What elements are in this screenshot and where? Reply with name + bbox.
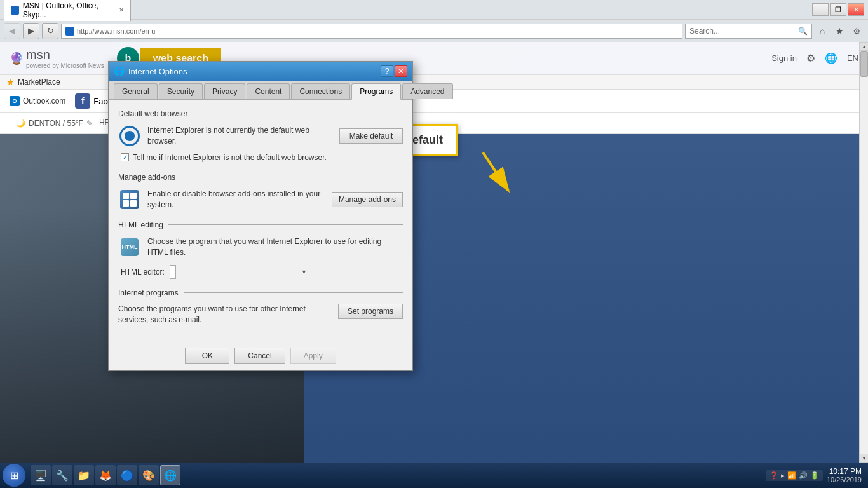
- tray-chevron-icon[interactable]: ▸: [781, 471, 785, 480]
- taskbar-app-folder[interactable]: 📁: [74, 465, 94, 485]
- back-button[interactable]: ◀: [4, 23, 20, 39]
- manage-addons-section: Manage add-ons Enable or disable browser…: [118, 173, 403, 211]
- tab-label: MSN | Outlook, Office, Skyp...: [23, 1, 115, 19]
- ie-icon-inner: [125, 131, 135, 141]
- clock-date: 10/26/2019: [827, 476, 862, 484]
- html-icon: HTML: [118, 236, 141, 259]
- dialog-title-icon: 🌐: [114, 66, 125, 76]
- addons-icon-img: [120, 190, 139, 209]
- dialog-help-button[interactable]: ?: [381, 65, 393, 77]
- tell-me-checkbox[interactable]: ✓: [121, 153, 129, 161]
- taskbar-app-tools[interactable]: 🔧: [52, 465, 72, 485]
- dialog-controls: ? ✕: [381, 65, 407, 77]
- nav-icons-right: ⌂ ★ ⚙: [815, 24, 864, 39]
- tab-content[interactable]: Content: [247, 83, 290, 99]
- refresh-button[interactable]: ↻: [42, 23, 58, 39]
- browser-search-input[interactable]: [689, 27, 796, 36]
- taskbar-app-firefox[interactable]: 🦊: [95, 465, 116, 485]
- dialog-tabs: General Security Privacy Content Connect…: [109, 81, 412, 100]
- addons-row: Enable or disable browser add-ons instal…: [118, 188, 403, 211]
- clock-time: 10:17 PM: [827, 467, 862, 476]
- manage-addons-button[interactable]: Manage add-ons: [332, 192, 403, 207]
- browser-tab[interactable]: MSN | Outlook, Office, Skyp... ✕: [4, 0, 131, 21]
- html-edit-row: HTML Choose the program that you want In…: [118, 236, 403, 259]
- start-button[interactable]: ⊞: [3, 464, 25, 487]
- system-clock[interactable]: 10:17 PM 10/26/2019: [827, 467, 862, 484]
- addon-piece-1: [123, 193, 129, 199]
- html-editor-label: HTML editor:: [121, 268, 165, 276]
- internet-programs-section: Internet programs Choose the programs yo…: [118, 288, 403, 325]
- html-editor-select-wrapper: ▼: [170, 265, 309, 279]
- address-bar[interactable]: http://www.msn.com/en-u: [61, 24, 682, 39]
- address-text: http://www.msn.com/en-u: [77, 27, 156, 35]
- taskbar-right: ❓ ▸ 📶 🔊 🔋 10:17 PM 10/26/2019: [766, 467, 865, 484]
- ok-button[interactable]: OK: [185, 348, 229, 364]
- tab-programs[interactable]: Programs: [351, 83, 401, 100]
- default-browser-header: Default web browser: [118, 109, 403, 118]
- tab-general[interactable]: General: [114, 83, 158, 99]
- taskbar-app-paint[interactable]: 🎨: [139, 465, 159, 485]
- dialog-close-button[interactable]: ✕: [395, 65, 407, 77]
- settings-gear-icon[interactable]: ⚙: [849, 24, 864, 39]
- forward-button[interactable]: ▶: [23, 23, 39, 39]
- addons-icon: [118, 188, 141, 211]
- close-button[interactable]: ✕: [848, 3, 864, 16]
- navigation-bar: ◀ ▶ ↻ http://www.msn.com/en-u 🔍 ⌂ ★ ⚙: [0, 19, 868, 42]
- search-icon: 🔍: [798, 27, 808, 36]
- html-editor-row: HTML editor: ▼: [121, 265, 403, 279]
- dialog-body: Default web browser Internet Explorer is…: [109, 100, 412, 341]
- dialog-title-area: 🌐 Internet Options: [114, 66, 187, 76]
- tell-me-label: Tell me if Internet Explorer is not the …: [133, 152, 327, 163]
- tray-volume-icon: 🔊: [799, 471, 808, 480]
- addons-header: Manage add-ons: [118, 173, 403, 182]
- maximize-button[interactable]: ❐: [830, 3, 846, 16]
- taskbar-apps: 🖥️ 🔧 📁 🦊 🔵 🎨 🌐: [31, 465, 180, 485]
- browser-search-box[interactable]: 🔍: [685, 24, 812, 39]
- make-default-button[interactable]: Make default: [339, 128, 403, 144]
- checkbox-check-icon: ✓: [123, 154, 128, 161]
- window-controls: ─ ❐ ✕: [812, 3, 864, 16]
- taskbar-app-explorer[interactable]: 🖥️: [31, 465, 51, 485]
- tab-favicon: [11, 6, 19, 15]
- tell-me-checkbox-row: ✓ Tell me if Internet Explorer is not th…: [121, 152, 403, 163]
- dialog-titlebar: 🌐 Internet Options ? ✕: [109, 62, 412, 81]
- tab-privacy[interactable]: Privacy: [204, 83, 245, 99]
- ie-not-default-text: Internet Explorer is not currently the d…: [147, 125, 333, 147]
- minimize-button[interactable]: ─: [812, 3, 829, 16]
- internet-programs-header: Internet programs: [118, 288, 403, 297]
- title-bar-left: MSN | Outlook, Office, Skyp... ✕: [4, 0, 131, 21]
- close-tab-icon[interactable]: ✕: [119, 6, 124, 13]
- address-favicon: [65, 27, 74, 36]
- html-editing-header: HTML editing: [118, 220, 403, 229]
- cancel-button[interactable]: Cancel: [234, 348, 285, 364]
- tab-advanced[interactable]: Advanced: [402, 83, 452, 99]
- tab-security[interactable]: Security: [159, 83, 203, 99]
- system-tray: ❓ ▸ 📶 🔊 🔋: [766, 470, 823, 481]
- taskbar-app-chrome[interactable]: 🔵: [117, 465, 137, 485]
- html-icon-img: HTML: [121, 238, 139, 256]
- ie-row: Internet Explorer is not currently the d…: [118, 125, 403, 147]
- select-arrow-icon: ▼: [301, 269, 307, 275]
- ie-logo-icon: [118, 125, 141, 147]
- tab-connections[interactable]: Connections: [291, 83, 350, 99]
- browser-chrome: MSN | Outlook, Office, Skyp... ✕ ─ ❐ ✕ ◀…: [0, 0, 868, 42]
- dialog-title-text: Internet Options: [128, 67, 187, 76]
- ie-circle: [119, 126, 140, 146]
- set-programs-button[interactable]: Set programs: [338, 304, 403, 319]
- addon-piece-2: [130, 193, 137, 199]
- html-editing-section: HTML editing HTML Choose the program tha…: [118, 220, 403, 279]
- internet-options-dialog: 🌐 Internet Options ? ✕ General Security …: [108, 61, 413, 371]
- addon-piece-4: [130, 200, 137, 207]
- favorites-star-icon[interactable]: ★: [832, 24, 847, 39]
- html-description-text: Choose the program that you want Interne…: [147, 236, 403, 258]
- tray-network-icon: 📶: [787, 471, 796, 480]
- addon-piece-3: [123, 200, 129, 207]
- taskbar-app-ie[interactable]: 🌐: [160, 465, 180, 485]
- html-editor-select[interactable]: [170, 265, 176, 279]
- home-icon[interactable]: ⌂: [815, 24, 830, 39]
- dialog-footer: OK Cancel Apply: [109, 341, 412, 370]
- tray-battery-icon: 🔋: [810, 471, 819, 480]
- apply-button[interactable]: Apply: [290, 348, 336, 364]
- start-icon: ⊞: [10, 470, 18, 482]
- addons-description-text: Enable or disable browser add-ons instal…: [147, 189, 325, 210]
